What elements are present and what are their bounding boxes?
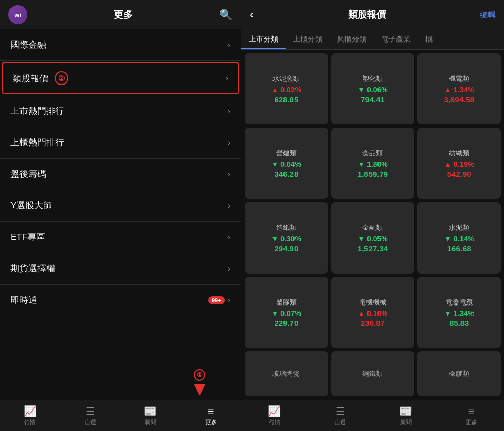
stock-card-electrical[interactable]: 機電類 ▲ 1.34% 3,694.58	[417, 53, 501, 124]
stock-name: 機電類	[449, 74, 469, 83]
news-icon: 📰	[399, 405, 412, 417]
right-nav-item-watchlist[interactable]: ☰ 自選	[307, 400, 373, 431]
stock-change: ▼ 0.05%	[358, 235, 387, 243]
right-nav-item-market[interactable]: 📈 行情	[242, 400, 307, 431]
stock-card-glass[interactable]: 玻璃陶瓷	[245, 351, 328, 396]
menu-item-international[interactable]: 國際金融 ›	[0, 29, 241, 61]
right-bottom-nav: 📈 行情 ☰ 自選 📰 新聞 ≡ 更多	[242, 400, 504, 431]
stock-name-partial: 鋼鐵類	[362, 369, 383, 379]
stock-card-rubber-plastic[interactable]: 塑膠類 ▼ 0.07% 229.70	[245, 277, 328, 348]
stock-name: 營建類	[276, 149, 297, 158]
left-header: wi 更多 🔍	[0, 0, 241, 29]
stock-change: ▲ 0.02%	[271, 86, 301, 94]
right-header: ‹ 類股報價 編輯	[242, 0, 504, 29]
stock-grid: 水泥窯類 ▲ 0.02% 628.05 塑化類 ▼ 0.06% 794.41 機…	[242, 50, 504, 400]
left-bottom-nav: 📈 行情 ☰ 自選 📰 新聞 ≡ 更多	[0, 400, 241, 431]
stock-value: 166.68	[447, 244, 471, 253]
stock-card-finance[interactable]: 金融類 ▼ 0.05% 1,527.34	[331, 202, 415, 274]
chevron-right-icon: ›	[228, 233, 230, 242]
tab-otc[interactable]: 上櫃分類	[286, 29, 330, 49]
stock-value: 85.83	[449, 319, 469, 328]
chevron-right-icon: ›	[226, 73, 228, 83]
menu-item-label: ETF專區	[10, 231, 45, 243]
stock-value: 794.41	[361, 95, 385, 104]
menu-item-y-selector[interactable]: Y選股大師 ›	[0, 190, 241, 222]
tab-overview[interactable]: 概	[418, 29, 440, 49]
stock-name: 電器電纜	[446, 298, 473, 307]
stock-name: 食品類	[362, 149, 383, 158]
nav-label-market: 行情	[269, 418, 280, 426]
stock-name: 紡織類	[449, 149, 469, 158]
stock-value: 542.90	[447, 170, 471, 178]
stock-card-cement-kiln[interactable]: 水泥窯類 ▲ 0.02% 628.05	[245, 53, 328, 124]
edit-button[interactable]: 編輯	[480, 10, 496, 20]
stock-name: 塑膠類	[276, 298, 297, 307]
stock-card-machinery[interactable]: 電機機械 ▲ 0.10% 230.87	[331, 277, 415, 348]
stock-change: ▼ 0.14%	[444, 235, 474, 243]
nav-label-more: 更多	[205, 418, 217, 426]
stock-value: 229.70	[274, 319, 298, 328]
chevron-right-icon: ›	[228, 201, 230, 211]
stock-change: ▲ 1.34%	[444, 86, 474, 94]
stock-card-textile[interactable]: 紡織類 ▲ 0.19% 542.90	[417, 128, 501, 199]
stock-name: 造紙類	[276, 223, 297, 233]
nav-item-watchlist[interactable]: ☰ 自選	[60, 400, 121, 431]
back-button[interactable]: ‹	[250, 8, 254, 22]
nav-label-news: 新聞	[145, 418, 156, 426]
left-panel: wi 更多 🔍 國際金融 › 類股報價 ② › 上市熱門排行 › 上櫃熱門排行 …	[0, 0, 242, 431]
menu-item-instant[interactable]: 即時通 99+ ›	[0, 285, 241, 316]
tab-emerging[interactable]: 興櫃分類	[330, 29, 374, 49]
logo-text: wi	[14, 11, 22, 19]
stock-name: 電機機械	[359, 298, 386, 307]
stock-card-construction[interactable]: 營建類 ▼ 0.04% 346.28	[245, 128, 328, 199]
stock-name: 水泥窯類	[272, 74, 300, 83]
app-logo: wi	[8, 5, 27, 24]
menu-item-futures[interactable]: 期貨選擇權 ›	[0, 253, 241, 285]
menu-icon: ≡	[468, 405, 475, 417]
stock-card-steel[interactable]: 鋼鐵類	[331, 351, 415, 396]
stock-name-partial: 橡膠類	[449, 369, 469, 379]
stock-name-partial: 玻璃陶瓷	[272, 369, 300, 379]
right-nav-item-news[interactable]: 📰 新聞	[373, 400, 438, 431]
nav-item-market[interactable]: 📈 行情	[0, 400, 60, 431]
stock-name: 金融類	[362, 223, 383, 233]
nav-item-news[interactable]: 📰 新聞	[121, 400, 181, 431]
tab-electronics[interactable]: 電子產業	[374, 29, 418, 49]
stock-change: ▲ 0.19%	[444, 160, 474, 169]
nav-label-market: 行情	[24, 418, 36, 426]
stock-card-cement[interactable]: 水泥類 ▼ 0.14% 166.68	[417, 202, 501, 274]
stock-value: 230.87	[361, 319, 385, 328]
menu-item-listed-hot[interactable]: 上市熱門排行 ›	[0, 96, 241, 127]
menu-item-label: 類股報價	[13, 72, 48, 85]
stock-change: ▼ 0.06%	[358, 86, 387, 94]
menu-item-etf[interactable]: ETF專區 ›	[0, 222, 241, 253]
stock-card-wire[interactable]: 電器電纜 ▼ 1.34% 85.83	[417, 277, 501, 348]
stock-change: ▼ 1.80%	[358, 160, 387, 169]
left-title: 更多	[114, 8, 133, 21]
nav-label-news: 新聞	[400, 418, 412, 426]
instant-badge: 99+	[208, 296, 225, 304]
menu-item-sector-price[interactable]: 類股報價 ② ›	[2, 62, 239, 94]
menu-item-label: 國際金融	[10, 39, 46, 51]
annotation-area: ① ▼	[0, 367, 241, 400]
stock-change: ▼ 0.04%	[271, 160, 301, 169]
arrow-down-icon: ▼	[190, 379, 209, 398]
stock-card-paper[interactable]: 造紙類 ▼ 0.30% 294.90	[245, 202, 328, 274]
list-icon: ☰	[335, 405, 345, 417]
nav-item-more[interactable]: ≡ 更多	[181, 400, 241, 431]
annotation-2-badge: ②	[55, 71, 68, 85]
menu-item-otc-hot[interactable]: 上櫃熱門排行 ›	[0, 127, 241, 159]
menu-list: 國際金融 › 類股報價 ② › 上市熱門排行 › 上櫃熱門排行 › 盤後籌碼 ›…	[0, 29, 241, 367]
stock-change: ▼ 0.30%	[271, 235, 301, 243]
search-icon[interactable]: 🔍	[219, 8, 233, 21]
menu-item-after-market[interactable]: 盤後籌碼 ›	[0, 159, 241, 190]
stock-card-rubber[interactable]: 橡膠類	[417, 351, 501, 396]
stock-card-food[interactable]: 食品類 ▼ 1.80% 1,859.79	[331, 128, 415, 199]
menu-item-label: 上市熱門排行	[10, 105, 64, 117]
tab-listed[interactable]: 上市分類	[242, 29, 286, 49]
right-nav-item-more[interactable]: ≡ 更多	[438, 400, 504, 431]
nav-label-watchlist: 自選	[334, 418, 346, 426]
menu-item-label: 上櫃熱門排行	[10, 136, 64, 149]
chevron-right-icon: ›	[228, 138, 230, 148]
stock-card-plastics[interactable]: 塑化類 ▼ 0.06% 794.41	[331, 53, 415, 124]
